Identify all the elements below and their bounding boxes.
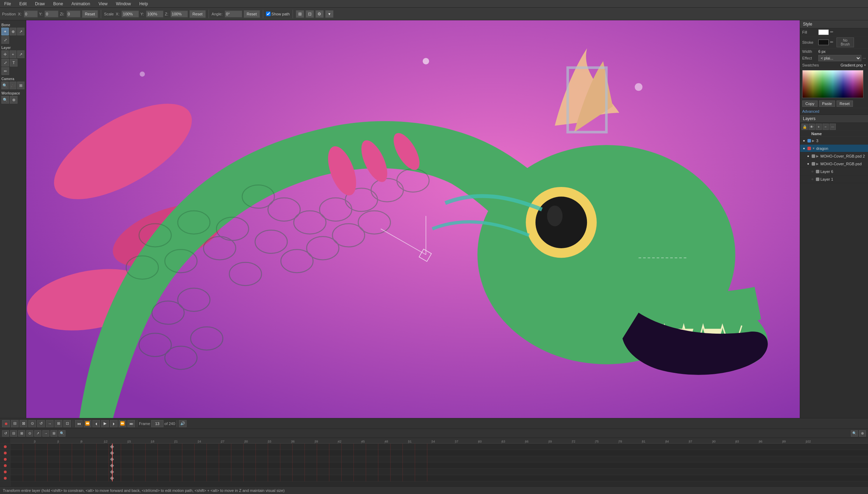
reset-color-button[interactable]: Reset (836, 100, 853, 107)
reset2-button[interactable]: Reset (189, 10, 206, 18)
layer-eye-moho1[interactable]: ● (806, 154, 811, 159)
layer-tool-2[interactable]: + (9, 50, 17, 58)
advanced-label[interactable]: Advanced (800, 108, 868, 114)
paste-button[interactable]: Paste (819, 100, 835, 107)
layers-tool-eye[interactable]: 👁 (808, 124, 815, 130)
bone-tool-2[interactable]: ⊕ (9, 28, 17, 35)
layer-eye-3[interactable]: ● (802, 138, 806, 143)
reset1-button[interactable]: Reset (82, 10, 98, 18)
anim-tool-7[interactable]: ⊡ (63, 420, 71, 427)
layer-tool-3[interactable]: ↗ (17, 50, 24, 58)
anim-tool-2[interactable]: ⊠ (20, 420, 27, 427)
layer-tool-5[interactable]: T (10, 59, 18, 67)
menu-view[interactable]: View (97, 1, 109, 7)
track-row-1[interactable] (10, 450, 868, 456)
menu-window[interactable]: Window (114, 1, 132, 7)
layer-row-layer1[interactable]: ○ Layer 1 (800, 175, 868, 183)
toolbar-icon3[interactable]: ⚙ (315, 10, 324, 18)
tl-tool-6[interactable]: → (42, 430, 49, 437)
layers-tool-lock[interactable]: 🔒 (802, 124, 808, 130)
layer-row-dragon[interactable]: ● ▼ dragon (800, 145, 868, 152)
reset3-button[interactable]: Reset (244, 10, 260, 18)
tl-tool-2[interactable]: ⊟ (10, 430, 17, 437)
effect-more-icon[interactable]: ··· (863, 56, 866, 60)
layer-tool-6[interactable]: ✏ (1, 67, 9, 75)
scale-x-input[interactable] (121, 11, 139, 18)
layer-tool-1[interactable]: ✛ (1, 50, 9, 58)
workspace-tool-2[interactable]: ⊕ (10, 96, 18, 104)
anim-tool-6[interactable]: ⊞ (55, 420, 62, 427)
layer-eye-layer1[interactable]: ○ (810, 177, 815, 182)
fill-edit-icon[interactable]: ✏ (830, 30, 835, 35)
copy-button[interactable]: Copy (802, 100, 818, 107)
anim-skip-start[interactable]: ⏮ (75, 420, 83, 427)
layer-row-layer6[interactable]: ○ Layer 6 (800, 168, 868, 175)
layers-tool-add[interactable]: + (816, 124, 822, 130)
show-path-checkbox[interactable] (266, 12, 271, 16)
camera-tool-1[interactable]: 🔍 (1, 82, 9, 89)
layers-tool-more[interactable]: ··· (830, 124, 836, 130)
anim-prev-frame[interactable]: ⏪ (84, 420, 91, 427)
tl-tool-4[interactable]: ⊙ (26, 430, 33, 437)
gradient-dropdown-icon[interactable]: ▾ (864, 63, 866, 67)
canvas-area[interactable] (26, 20, 800, 418)
layers-tool-delete[interactable]: − (822, 124, 829, 130)
timeline-tracks[interactable]: 3691215182124273033363942454851545760636… (10, 438, 868, 486)
bone-tool-4[interactable]: ⤢ (1, 36, 9, 44)
menu-draw[interactable]: Draw (34, 1, 46, 7)
tl-tool-8[interactable]: 🔍 (58, 430, 65, 437)
track-row-3[interactable] (10, 462, 868, 469)
menu-animation[interactable]: Animation (70, 1, 91, 7)
layer-tool-4[interactable]: ⤢ (1, 59, 9, 67)
y-input[interactable] (44, 11, 58, 18)
anim-record-btn[interactable]: ⏺ (2, 420, 10, 427)
tl-tool-9[interactable]: 🔍 (851, 430, 858, 437)
menu-edit[interactable]: Edit (18, 1, 28, 7)
anim-play[interactable]: ▶ (101, 420, 109, 427)
track-row-0[interactable] (10, 444, 868, 450)
angle-input[interactable] (225, 11, 242, 18)
bone-tool-1[interactable]: ✦ (1, 28, 9, 35)
menu-file[interactable]: File (3, 1, 12, 7)
timeline-grid[interactable] (10, 444, 868, 481)
tl-tool-10[interactable]: ⊕ (859, 430, 866, 437)
tl-tool-1[interactable]: ↺ (2, 430, 9, 437)
anim-skip-end[interactable]: ⏭ (127, 420, 135, 427)
layer-row-moho1[interactable]: ● ▶ MOHO-Cover_RGB.psd 2 (800, 152, 868, 160)
color-picker-container[interactable] (802, 70, 866, 98)
show-path-label[interactable]: Show path (266, 12, 290, 16)
menu-bone[interactable]: Bone (52, 1, 64, 7)
effect-select[interactable]: < plai... (818, 55, 861, 61)
anim-tool-3[interactable]: ⊙ (28, 420, 36, 427)
anim-step-back[interactable]: ⏴ (92, 420, 100, 427)
scale-z-input[interactable] (170, 11, 188, 18)
toolbar-dropdown[interactable]: ▾ (325, 10, 334, 18)
layer-row-moho2[interactable]: ● ▶ MOHO-Cover_RGB.psd (800, 160, 868, 168)
layer-eye-moho2[interactable]: ● (806, 161, 811, 166)
toolbar-icon1[interactable]: ⊞ (296, 10, 304, 18)
frame-input[interactable] (151, 420, 163, 427)
volume-icon[interactable]: 🔊 (179, 420, 187, 427)
track-row-2[interactable] (10, 456, 868, 462)
track-row-4[interactable] (10, 469, 868, 475)
camera-tool-3[interactable]: ⊞ (17, 82, 24, 89)
workspace-tool-1[interactable]: 🔍 (1, 96, 9, 104)
camera-tool-2[interactable]: 🎥 (9, 82, 17, 89)
tl-tool-7[interactable]: ⊞ (50, 430, 57, 437)
fill-color-swatch[interactable] (818, 29, 829, 35)
layer-eye-layer6[interactable]: ○ (810, 169, 815, 174)
anim-tool-4[interactable]: ↺ (37, 420, 45, 427)
bone-tool-3[interactable]: ↗ (17, 28, 24, 35)
layer-expand-dragon[interactable]: ▼ (812, 147, 816, 150)
anim-next-frame[interactable]: ⏩ (119, 420, 126, 427)
stroke-color-swatch[interactable] (818, 40, 829, 45)
layer-eye-dragon[interactable]: ● (802, 146, 806, 151)
toolbar-icon2[interactable]: ⊡ (306, 10, 314, 18)
anim-tool-5[interactable]: → (46, 420, 54, 427)
layer-expand-3[interactable]: ▶ (812, 139, 816, 142)
stroke-edit-icon[interactable]: ✏ (830, 40, 835, 45)
layer-expand-moho1[interactable]: ▶ (816, 154, 820, 158)
layer-row-3[interactable]: ● ▶ 3 (800, 137, 868, 145)
z-input[interactable] (66, 11, 80, 18)
tl-tool-3[interactable]: ⊠ (18, 430, 25, 437)
